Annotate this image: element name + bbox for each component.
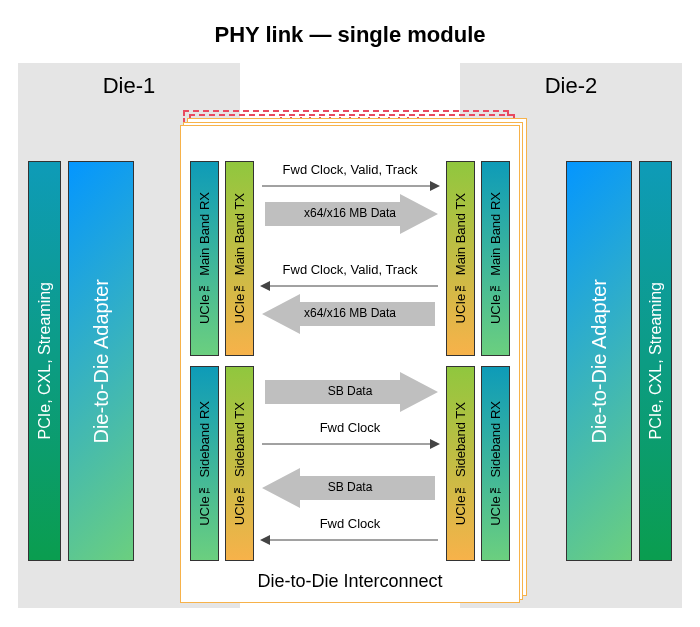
signal-label: x64/x16 MB Data — [304, 207, 396, 220]
signal-label: x64/x16 MB Data — [304, 307, 396, 320]
sb-tx-left: UCIe™ Sideband TX — [225, 366, 254, 561]
signal-label: Fwd Clock — [260, 516, 440, 532]
sb-tx-label: UCIe™ Sideband TX — [453, 402, 468, 525]
pcie-bar-left: PCIe, CXL, Streaming — [28, 161, 61, 561]
d2d-label: Die-to-Die Interconnect — [181, 571, 519, 592]
fat-arrow-right-icon: x64/x16 MB Data — [260, 194, 440, 234]
fat-arrow-left-icon: x64/x16 MB Data — [260, 294, 440, 334]
svg-marker-8 — [430, 439, 440, 449]
signal-label: SB Data — [328, 385, 373, 398]
svg-marker-4 — [260, 281, 270, 291]
signal-group-mb-right: Fwd Clock, Valid, Track x64/x16 MB Data — [260, 162, 440, 234]
pcie-label: PCIe, CXL, Streaming — [36, 282, 54, 439]
svg-marker-11 — [260, 535, 270, 545]
mb-tx-right: UCIe™ Main Band TX — [446, 161, 475, 356]
signal-group-sb-left: SB Data Fwd Clock — [260, 468, 440, 548]
sb-tx-right: UCIe™ Sideband TX — [446, 366, 475, 561]
mb-rx-right: UCIe™ Main Band RX — [481, 161, 510, 356]
fat-arrow-left-icon: SB Data — [260, 468, 440, 508]
mb-rx-label: UCIe™ Main Band RX — [197, 192, 212, 324]
signal-group-sb-right: SB Data Fwd Clock — [260, 372, 440, 452]
arrow-left-icon — [260, 278, 440, 294]
arrow-right-icon — [260, 436, 440, 452]
arrow-left-icon — [260, 532, 440, 548]
sb-rx-label: UCIe™ Sideband RX — [488, 401, 503, 526]
diagram-canvas: PHY link — single module Die-1 Die-2 Die… — [0, 0, 700, 627]
sb-rx-label: UCIe™ Sideband RX — [197, 401, 212, 526]
diagram-title: PHY link — single module — [0, 22, 700, 48]
pcie-bar-right: PCIe, CXL, Streaming — [639, 161, 672, 561]
die-2-label: Die-2 — [460, 73, 682, 99]
signal-label: Fwd Clock, Valid, Track — [260, 262, 440, 278]
mb-tx-label: UCIe™ Main Band TX — [232, 193, 247, 323]
mb-tx-label: UCIe™ Main Band TX — [453, 193, 468, 323]
adapter-label: Die-to-Die Adapter — [90, 279, 113, 444]
arrow-right-icon — [260, 178, 440, 194]
adapter-label: Die-to-Die Adapter — [588, 279, 611, 444]
adapter-bar-right: Die-to-Die Adapter — [566, 161, 632, 561]
die-1-label: Die-1 — [18, 73, 240, 99]
sb-rx-left: UCIe™ Sideband RX — [190, 366, 219, 561]
mb-rx-label: UCIe™ Main Band RX — [488, 192, 503, 324]
adapter-bar-left: Die-to-Die Adapter — [68, 161, 134, 561]
mb-tx-left: UCIe™ Main Band TX — [225, 161, 254, 356]
signal-label: Fwd Clock — [260, 420, 440, 436]
sb-rx-right: UCIe™ Sideband RX — [481, 366, 510, 561]
signal-label: Fwd Clock, Valid, Track — [260, 162, 440, 178]
pcie-label: PCIe, CXL, Streaming — [647, 282, 665, 439]
signal-label: SB Data — [328, 481, 373, 494]
fat-arrow-right-icon: SB Data — [260, 372, 440, 412]
signal-group-mb-left: Fwd Clock, Valid, Track x64/x16 MB Data — [260, 262, 440, 334]
sb-tx-label: UCIe™ Sideband TX — [232, 402, 247, 525]
svg-marker-1 — [430, 181, 440, 191]
mb-rx-left: UCIe™ Main Band RX — [190, 161, 219, 356]
